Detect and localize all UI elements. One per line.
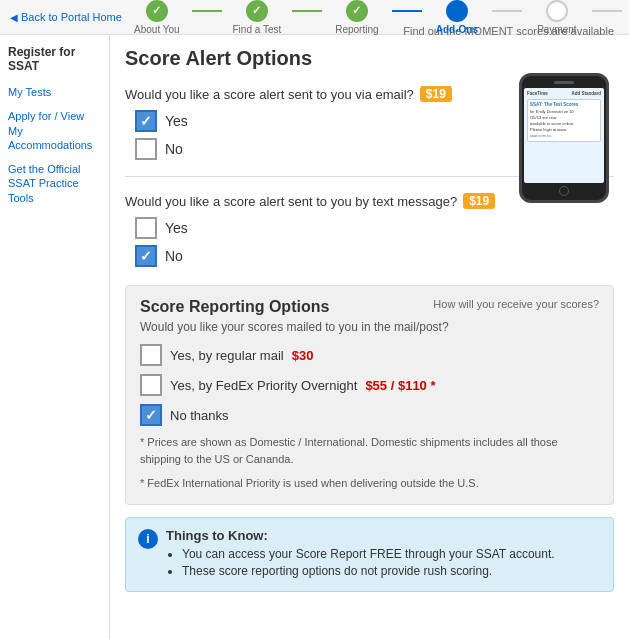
text-question: Would you like a score alert sent to you… [125, 193, 519, 209]
connector-4 [492, 10, 522, 12]
reporting-box-header: Score Reporting Options How will you rec… [140, 298, 599, 316]
text-yes-option[interactable]: Yes [135, 217, 614, 239]
connector-1 [192, 10, 222, 12]
page-title: Score Alert Options [125, 47, 312, 70]
text-message-section: FaceTimeAdd Standard SSAT: The Test Scor… [125, 193, 614, 273]
reporting-box: Score Reporting Options How will you rec… [125, 285, 614, 505]
phone-speaker [554, 81, 574, 84]
footnote-2: * FedEx International Priority is used w… [140, 475, 599, 492]
back-link[interactable]: ◀ Back to Portal Home [10, 11, 122, 23]
sidebar-link-practice-tools[interactable]: Get the Official SSAT Practice Tools [8, 162, 101, 205]
reporting-price-fedex: $55 / $110 * [365, 378, 435, 393]
reporting-box-subtitle: How will you receive your scores? [433, 298, 599, 310]
connector-2 [292, 10, 322, 12]
connector-3 [392, 10, 422, 12]
layout: Register for SSAT My Tests Apply for / V… [0, 35, 629, 639]
email-no-checkbox[interactable] [135, 138, 157, 160]
text-yes-label: Yes [165, 220, 188, 236]
step-label-about-you: About You [134, 24, 180, 35]
reporting-checkbox-mail[interactable] [140, 344, 162, 366]
info-content: Things to Know: You can access your Scor… [166, 528, 601, 581]
info-box: i Things to Know: You can access your Sc… [125, 517, 614, 592]
info-bullet-2: These score reporting options do not pro… [182, 564, 601, 578]
phone-home-button [559, 186, 569, 196]
reporting-option-nothanks[interactable]: ✓ No thanks [140, 404, 599, 426]
reporting-option-fedex[interactable]: Yes, by FedEx Priority Overnight $55 / $… [140, 374, 599, 396]
email-yes-label: Yes [165, 113, 188, 129]
back-label: Back to Portal Home [21, 11, 122, 23]
email-no-label: No [165, 141, 183, 157]
phone-image: FaceTimeAdd Standard SSAT: The Test Scor… [519, 73, 609, 203]
main-content: Score Alert Options Find out the MOMENT … [110, 35, 629, 639]
step-label-addons: Add-Ons [436, 24, 478, 35]
step-find-test: ✓ Find a Test [222, 0, 292, 35]
text-no-option[interactable]: ✓ No [135, 245, 614, 267]
info-bullet-1: You can access your Score Report FREE th… [182, 547, 601, 561]
phone-screen: FaceTimeAdd Standard SSAT: The Test Scor… [524, 88, 604, 183]
step-addons: Add-Ons [422, 0, 492, 35]
reporting-box-desc: Would you like your scores mailed to you… [140, 320, 599, 334]
info-list: You can access your Score Report FREE th… [166, 547, 601, 578]
phone-graphic: FaceTimeAdd Standard SSAT: The Test Scor… [519, 73, 609, 203]
text-no-label: No [165, 248, 183, 264]
sidebar-link-my-tests[interactable]: My Tests [8, 85, 101, 99]
step-label-reporting: Reporting [335, 24, 378, 35]
step-about-you: ✓ About You [122, 0, 192, 35]
step-circle-about-you: ✓ [146, 0, 168, 22]
text-yes-checkbox[interactable] [135, 217, 157, 239]
email-yes-checkmark: ✓ [140, 113, 152, 129]
reporting-label-nothanks: No thanks [170, 408, 229, 423]
phone-screen-content: FaceTimeAdd Standard SSAT: The Test Scor… [524, 88, 604, 145]
step-reporting: ✓ Reporting [322, 0, 392, 35]
step-circle-payment [546, 0, 568, 22]
step-circle-find-test: ✓ [246, 0, 268, 22]
reporting-label-mail: Yes, by regular mail [170, 348, 284, 363]
step-all-done: All Done [622, 0, 629, 35]
progress-bar: ✓ About You ✓ Find a Test ✓ Reporting Ad… [122, 0, 629, 35]
reporting-checkbox-nothanks[interactable]: ✓ [140, 404, 162, 426]
connector-5 [592, 10, 622, 12]
reporting-checkmark-nothanks: ✓ [145, 407, 157, 423]
top-nav: ◀ Back to Portal Home ✓ About You ✓ Find… [0, 0, 629, 35]
step-label-find-test: Find a Test [233, 24, 282, 35]
step-payment: Payment [522, 0, 592, 35]
text-no-checkbox[interactable]: ✓ [135, 245, 157, 267]
step-circle-reporting: ✓ [346, 0, 368, 22]
sidebar: Register for SSAT My Tests Apply for / V… [0, 35, 110, 639]
email-price-badge: $19 [420, 86, 452, 102]
step-label-payment: Payment [537, 24, 576, 35]
email-question-text: Would you like a score alert sent to you… [125, 87, 414, 102]
text-question-text: Would you like a score alert sent to you… [125, 194, 457, 209]
reporting-checkbox-fedex[interactable] [140, 374, 162, 396]
sidebar-title: Register for SSAT [8, 45, 101, 73]
reporting-price-mail: $30 [292, 348, 314, 363]
back-arrow-icon: ◀ [10, 12, 18, 23]
email-yes-checkbox[interactable]: ✓ [135, 110, 157, 132]
reporting-label-fedex: Yes, by FedEx Priority Overnight [170, 378, 357, 393]
reporting-box-title: Score Reporting Options [140, 298, 329, 316]
footnote-1: * Prices are shown as Domestic / Interna… [140, 434, 599, 467]
text-price-badge: $19 [463, 193, 495, 209]
sidebar-link-accommodations[interactable]: Apply for / View My Accommodations [8, 109, 101, 152]
reporting-option-mail[interactable]: Yes, by regular mail $30 [140, 344, 599, 366]
step-circle-addons [446, 0, 468, 22]
info-title: Things to Know: [166, 528, 601, 543]
text-no-checkmark: ✓ [140, 248, 152, 264]
info-icon: i [138, 529, 158, 549]
